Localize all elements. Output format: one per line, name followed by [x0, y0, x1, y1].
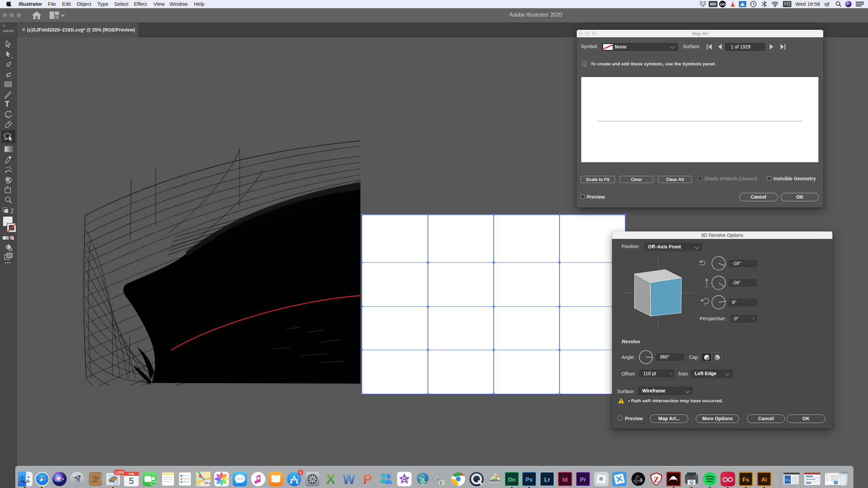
svg-text:5: 5: [129, 476, 134, 486]
svg-text:3D: 3D: [204, 481, 208, 484]
svg-text:Id: Id: [562, 476, 567, 483]
svg-text:Ai: Ai: [761, 476, 767, 483]
svg-text:P: P: [363, 472, 372, 486]
svg-text:3: 3: [640, 477, 643, 483]
svg-text:Dn: Dn: [508, 476, 516, 483]
svg-text:Pr: Pr: [580, 476, 586, 483]
svg-text:Z: Z: [653, 475, 659, 484]
svg-text:Ps: Ps: [785, 478, 790, 482]
svg-text:X: X: [326, 472, 335, 486]
svg-text:Lr: Lr: [544, 476, 550, 483]
svg-text:Ps: Ps: [526, 476, 533, 483]
svg-text:W: W: [343, 472, 355, 486]
svg-text:FEB: FEB: [129, 472, 134, 475]
svg-text:Fs: Fs: [742, 476, 749, 483]
